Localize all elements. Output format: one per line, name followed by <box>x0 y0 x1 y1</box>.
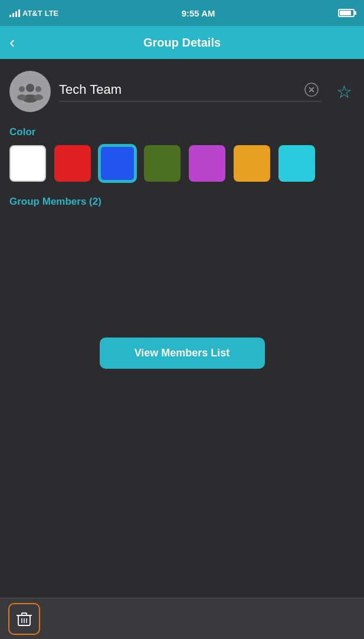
color-swatch-white[interactable] <box>9 145 46 182</box>
color-swatch-green[interactable] <box>144 145 181 182</box>
color-swatches <box>9 145 355 182</box>
clear-icon <box>304 83 319 97</box>
color-section-label: Color <box>9 126 355 138</box>
svg-point-5 <box>34 94 43 100</box>
star-icon: ☆ <box>336 81 352 102</box>
group-members-label: Group Members (2) <box>9 196 355 208</box>
favorite-button[interactable]: ☆ <box>333 81 355 102</box>
header: ‹ Group Details <box>0 26 364 59</box>
color-swatch-red[interactable] <box>54 145 91 182</box>
view-members-button-wrap: View Members List <box>9 337 355 369</box>
signal-bar-2 <box>12 13 14 17</box>
page-title: Group Details <box>143 36 221 50</box>
clear-input-button[interactable] <box>304 82 319 97</box>
signal-bar-3 <box>15 11 17 17</box>
svg-point-2 <box>19 86 25 92</box>
color-swatch-orange[interactable] <box>234 145 270 182</box>
color-swatch-purple[interactable] <box>189 145 225 182</box>
bottom-bar <box>0 598 364 639</box>
svg-point-4 <box>35 86 41 92</box>
status-time: 9:55 AM <box>182 8 215 18</box>
battery-fill <box>340 11 351 15</box>
trash-icon <box>15 610 33 628</box>
group-avatar <box>9 71 51 112</box>
carrier-label: AT&T <box>22 9 42 18</box>
group-name-input[interactable] <box>59 82 304 97</box>
group-avatar-icon <box>17 78 43 104</box>
signal-icon <box>9 9 20 17</box>
back-button[interactable]: ‹ <box>9 34 15 51</box>
svg-point-3 <box>17 94 27 100</box>
delete-group-button[interactable] <box>8 603 40 635</box>
network-type: LTE <box>45 9 59 18</box>
group-name-row: ☆ <box>9 71 355 112</box>
signal-bar-4 <box>18 9 20 17</box>
svg-point-0 <box>26 84 34 92</box>
status-battery-area <box>338 9 355 17</box>
color-swatch-blue[interactable] <box>99 145 136 182</box>
battery-icon <box>338 9 355 17</box>
status-carrier: AT&T LTE <box>9 9 58 18</box>
view-members-button[interactable]: View Members List <box>100 337 265 369</box>
color-swatch-cyan[interactable] <box>278 145 315 182</box>
signal-bar-1 <box>9 15 11 17</box>
status-bar: AT&T LTE 9:55 AM <box>0 0 364 26</box>
main-content: ☆ Color Group Members (2) View Members L… <box>0 59 364 598</box>
